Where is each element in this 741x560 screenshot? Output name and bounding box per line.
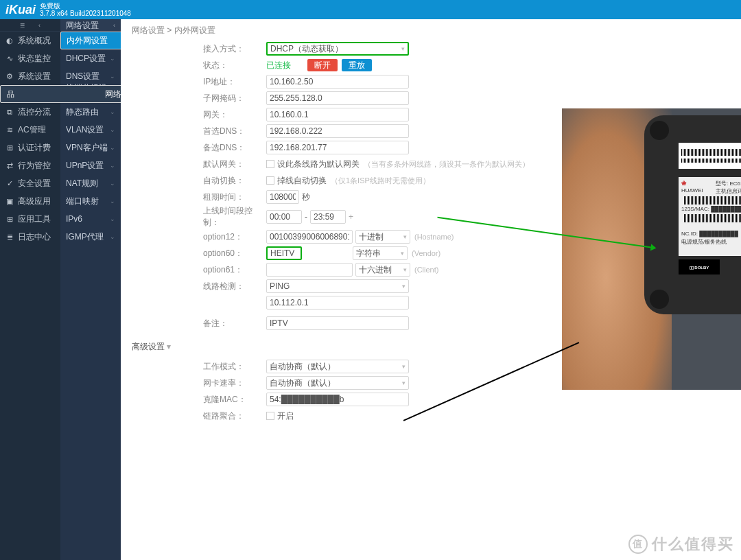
secondary-nav-item[interactable]: DHCP设置⌄ bbox=[60, 49, 121, 67]
menu-toggle-icon[interactable]: ≡ ‹ bbox=[0, 19, 60, 32]
label-time-ctrl: 上线时间段控制： bbox=[203, 205, 266, 229]
nic-speed-select[interactable]: 自动协商（默认）▾ bbox=[266, 376, 409, 390]
nav-icon: ∿ bbox=[4, 54, 15, 63]
content-area: 网络设置 > 内外网设置 接入方式： DHCP（动态获取）▾ 状态： 已连接 断… bbox=[121, 19, 741, 560]
chevron-down-icon: ▾ bbox=[401, 45, 405, 52]
primary-nav-item[interactable]: ∿状态监控 bbox=[0, 49, 60, 67]
brand-version: 免费版3.7.8 x64 Build202311201048 bbox=[40, 2, 131, 17]
primary-nav-item[interactable]: ⊞应用工具 bbox=[0, 210, 60, 228]
breadcrumb: 网络设置 > 内外网设置 bbox=[132, 25, 730, 36]
nav-icon: ≣ bbox=[4, 233, 15, 242]
primary-nav-item[interactable]: ◐系统概况 bbox=[0, 32, 60, 49]
primary-nav-item[interactable]: ▣高级应用 bbox=[0, 192, 60, 210]
dns2-input[interactable] bbox=[266, 141, 409, 154]
opt61-input[interactable] bbox=[266, 263, 353, 277]
time-to-input[interactable] bbox=[310, 210, 346, 224]
nav-label: UPnP设置 bbox=[66, 160, 104, 172]
default-gateway-hint: （当有多条外网线路，须设其一条作为默认网关） bbox=[364, 159, 530, 170]
label-opt12: option12： bbox=[203, 231, 266, 243]
label-mask: 子网掩码： bbox=[203, 93, 266, 104]
label-remark: 备注： bbox=[203, 318, 266, 329]
nav-icon: ▣ bbox=[4, 197, 15, 206]
nav-label: AC管理 bbox=[18, 124, 46, 136]
primary-nav: ≡ ‹ ◐系统概况∿状态监控⚙系统设置品网络设置⧉流控分流≋AC管理⊞认证计费⇄… bbox=[0, 19, 60, 560]
label-status: 状态： bbox=[203, 60, 266, 71]
huawei-logo: ❀ bbox=[681, 180, 711, 187]
nav-label: 高级应用 bbox=[18, 196, 51, 207]
label-auto-switch: 自动切换： bbox=[203, 175, 266, 187]
chevron-down-icon: ⌄ bbox=[110, 144, 115, 151]
opt60-input[interactable] bbox=[266, 246, 302, 260]
opt60-type-select[interactable]: 字符串▾ bbox=[353, 246, 408, 260]
nav-label: DNS设置 bbox=[66, 71, 99, 82]
nav-label: 日志中心 bbox=[18, 231, 51, 243]
secondary-nav-item[interactable]: 端口映射⌄ bbox=[60, 192, 121, 210]
label-lease: 租期时间： bbox=[203, 191, 266, 203]
nav-label: 行为管控 bbox=[18, 160, 51, 172]
remark-input[interactable] bbox=[266, 316, 409, 330]
secondary-nav-title: 网络设置‹ bbox=[60, 19, 121, 32]
label-nic-speed: 网卡速率： bbox=[203, 377, 266, 389]
opt61-type-select[interactable]: 十六进制▾ bbox=[355, 263, 410, 277]
secondary-nav-item[interactable]: VPN客户端⌄ bbox=[60, 139, 121, 156]
nav-label: IGMP代理 bbox=[66, 231, 104, 243]
auto-switch-cb-label: 掉线自动切换 bbox=[277, 175, 327, 187]
nav-label: VLAN设置 bbox=[66, 124, 104, 136]
primary-nav-item[interactable]: ⚙系统设置 bbox=[0, 67, 60, 85]
access-mode-select[interactable]: DHCP（动态获取）▾ bbox=[266, 42, 409, 56]
primary-nav-item[interactable]: ⧉流控分流 bbox=[0, 103, 60, 121]
watermark: 值 什么值得买 bbox=[628, 534, 734, 555]
secondary-nav-item[interactable]: IGMP代理⌄ bbox=[60, 228, 121, 246]
primary-nav-item[interactable]: ⊞认证计费 bbox=[0, 139, 60, 156]
gateway-input[interactable] bbox=[266, 108, 409, 121]
primary-nav-item[interactable]: ≋AC管理 bbox=[0, 121, 60, 139]
nav-label: 应用工具 bbox=[18, 213, 51, 225]
opt60-hint: (Vendor) bbox=[412, 249, 440, 257]
default-gateway-checkbox[interactable] bbox=[266, 160, 274, 168]
nav-icon: 品 bbox=[5, 89, 16, 100]
label-gateway: 网关： bbox=[203, 109, 266, 121]
nav-label: 状态监控 bbox=[18, 53, 51, 65]
nav-label: 内外网设置 bbox=[67, 35, 108, 47]
chevron-down-icon: ⌄ bbox=[110, 233, 115, 240]
renew-button[interactable]: 重放 bbox=[342, 59, 372, 71]
status-text: 已连接 bbox=[266, 60, 307, 71]
secondary-nav-item[interactable]: 静态路由⌄ bbox=[60, 103, 121, 121]
chevron-down-icon: ⌄ bbox=[110, 73, 115, 80]
opt61-hint: (Client) bbox=[414, 266, 438, 274]
lease-unit: 秒 bbox=[302, 191, 310, 203]
clone-mac-input[interactable] bbox=[266, 393, 409, 406]
opt12-type-select[interactable]: 十进制▾ bbox=[355, 230, 410, 244]
opt12-input[interactable] bbox=[266, 230, 353, 244]
nav-icon: ⇄ bbox=[4, 161, 15, 170]
auto-switch-checkbox[interactable] bbox=[266, 176, 274, 185]
primary-nav-item[interactable]: ✓安全设置 bbox=[0, 174, 60, 192]
topbar: iKuai 免费版3.7.8 x64 Build202311201048 bbox=[0, 0, 741, 19]
dns1-input[interactable] bbox=[266, 124, 409, 138]
line-detect-select[interactable]: PING▾ bbox=[266, 279, 409, 293]
lease-input[interactable] bbox=[266, 190, 299, 204]
primary-nav-item[interactable]: ⇄行为管控 bbox=[0, 156, 60, 174]
secondary-nav-item[interactable]: NAT规则⌄ bbox=[60, 174, 121, 192]
primary-nav-item[interactable]: ≣日志中心 bbox=[0, 228, 60, 246]
label-ip: IP地址： bbox=[203, 76, 266, 88]
disconnect-button[interactable]: 断开 bbox=[307, 59, 338, 71]
mask-input[interactable] bbox=[266, 91, 409, 105]
chevron-down-icon: ⌄ bbox=[110, 162, 115, 169]
label-dns2: 备选DNS： bbox=[203, 142, 266, 154]
secondary-nav-item[interactable]: VLAN设置⌄ bbox=[60, 121, 121, 139]
label-access-mode: 接入方式： bbox=[203, 43, 266, 55]
default-gateway-cb-label: 设此条线路为默认网关 bbox=[277, 159, 360, 170]
line-detect-ip-input[interactable] bbox=[266, 296, 409, 310]
opt12-hint: (Hostname) bbox=[414, 233, 454, 241]
label-link-agg: 链路聚合： bbox=[203, 410, 266, 422]
work-mode-select[interactable]: 自动协商（默认）▾ bbox=[266, 360, 409, 373]
label-clone-mac: 克隆MAC： bbox=[203, 394, 266, 406]
chevron-down-icon: ⌄ bbox=[110, 126, 115, 133]
secondary-nav-item[interactable]: IPv6⌄ bbox=[60, 210, 121, 228]
secondary-nav-item[interactable]: UPnP设置⌄ bbox=[60, 156, 121, 174]
link-agg-checkbox[interactable] bbox=[266, 412, 274, 420]
ip-input[interactable] bbox=[266, 75, 409, 89]
time-from-input[interactable] bbox=[266, 210, 302, 224]
dolby-logo: ▯▯ DOLBY bbox=[679, 259, 720, 275]
